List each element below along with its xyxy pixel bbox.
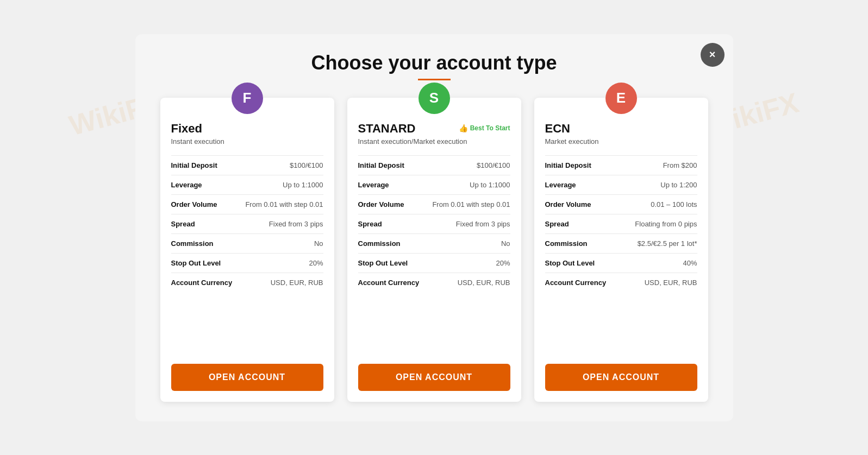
label-commission: Commission xyxy=(358,239,418,248)
label-spread: Spread xyxy=(171,220,231,228)
label-order-volume: Order Volume xyxy=(171,200,231,208)
card-fixed-header: Fixed Instant execution xyxy=(171,122,323,147)
card-ecn-header: ECN Market execution xyxy=(545,122,697,147)
value-spread: Floating from 0 pips xyxy=(609,220,697,228)
value-spread: Fixed from 3 pips xyxy=(235,220,323,228)
label-order-volume: Order Volume xyxy=(358,200,418,208)
label-leverage: Leverage xyxy=(358,181,418,189)
thumb-icon: 👍 xyxy=(459,124,468,132)
table-row: Spread Fixed from 3 pips xyxy=(358,214,510,233)
value-currency: USD, EUR, RUB xyxy=(610,279,697,287)
table-row: Order Volume 0.01 – 100 lots xyxy=(545,194,697,214)
card-stanard-wrapper: S STANARD Instant execution/Market execu… xyxy=(347,98,521,402)
value-initial-deposit: $100/€100 xyxy=(422,161,510,169)
table-row: Stop Out Level 20% xyxy=(171,253,323,273)
value-initial-deposit: $100/€100 xyxy=(235,161,323,169)
best-badge-text: Best To Start xyxy=(470,124,510,132)
label-spread: Spread xyxy=(545,220,605,228)
label-commission: Commission xyxy=(171,239,231,248)
value-spread: Fixed from 3 pips xyxy=(422,220,510,228)
value-currency: USD, EUR, RUB xyxy=(423,279,510,287)
card-ecn-footer: OPEN ACCOUNT xyxy=(545,353,697,402)
table-row: Account Currency USD, EUR, RUB xyxy=(358,273,510,292)
label-order-volume: Order Volume xyxy=(545,200,605,208)
card-fixed-subtype: Instant execution xyxy=(171,137,323,147)
label-stop-out: Stop Out Level xyxy=(358,259,418,267)
card-fixed: Fixed Instant execution Initial Deposit … xyxy=(160,98,334,402)
table-row: Spread Fixed from 3 pips xyxy=(171,214,323,233)
card-stanard-subtype: Instant execution/Market execution xyxy=(358,137,510,147)
table-row: Order Volume From 0.01 with step 0.01 xyxy=(171,194,323,214)
table-row: Leverage Up to 1:200 xyxy=(545,175,697,194)
best-badge: 👍 Best To Start xyxy=(459,124,510,132)
close-icon: × xyxy=(709,48,716,61)
label-initial-deposit: Initial Deposit xyxy=(171,161,231,169)
cards-container: F Fixed Instant execution Initial Deposi… xyxy=(155,98,714,402)
label-stop-out: Stop Out Level xyxy=(545,259,605,267)
value-stop-out: 20% xyxy=(422,259,510,267)
table-row: Order Volume From 0.01 with step 0.01 xyxy=(358,194,510,214)
open-account-fixed-button[interactable]: OPEN ACCOUNT xyxy=(171,364,323,391)
label-leverage: Leverage xyxy=(545,181,605,189)
table-row: Initial Deposit $100/€100 xyxy=(171,155,323,175)
title-underline xyxy=(418,79,451,80)
table-row: Spread Floating from 0 pips xyxy=(545,214,697,233)
table-row: Leverage Up to 1:1000 xyxy=(171,175,323,194)
label-stop-out: Stop Out Level xyxy=(171,259,231,267)
avatar-ecn: E xyxy=(605,83,637,114)
table-row: Leverage Up to 1:1000 xyxy=(358,175,510,194)
card-stanard: STANARD Instant execution/Market executi… xyxy=(347,98,521,402)
card-ecn-type: ECN xyxy=(545,122,697,136)
card-fixed-type: Fixed xyxy=(171,122,323,136)
page-title: Choose your account type xyxy=(155,52,714,74)
value-order-volume: From 0.01 with step 0.01 xyxy=(235,200,323,208)
table-row: Stop Out Level 20% xyxy=(358,253,510,273)
modal: × Choose your account type F Fixed Insta… xyxy=(135,34,733,421)
value-order-volume: From 0.01 with step 0.01 xyxy=(422,200,510,208)
value-leverage: Up to 1:1000 xyxy=(235,181,323,189)
value-commission: $2.5/€2.5 per 1 lot* xyxy=(609,239,697,248)
table-row: Commission $2.5/€2.5 per 1 lot* xyxy=(545,233,697,253)
label-currency: Account Currency xyxy=(545,279,607,287)
label-commission: Commission xyxy=(545,239,605,248)
value-initial-deposit: From $200 xyxy=(609,161,697,169)
value-stop-out: 40% xyxy=(609,259,697,267)
table-row: Initial Deposit From $200 xyxy=(545,155,697,175)
card-fixed-wrapper: F Fixed Instant execution Initial Deposi… xyxy=(160,98,334,402)
value-leverage: Up to 1:200 xyxy=(609,181,697,189)
card-ecn: ECN Market execution Initial Deposit Fro… xyxy=(534,98,708,402)
value-commission: No xyxy=(235,239,323,248)
label-currency: Account Currency xyxy=(171,279,233,287)
value-commission: No xyxy=(422,239,510,248)
close-button[interactable]: × xyxy=(701,43,725,67)
open-account-ecn-button[interactable]: OPEN ACCOUNT xyxy=(545,364,697,391)
table-row: Stop Out Level 40% xyxy=(545,253,697,273)
avatar-fixed: F xyxy=(232,83,263,114)
table-row: Account Currency USD, EUR, RUB xyxy=(545,273,697,292)
table-row: Initial Deposit $100/€100 xyxy=(358,155,510,175)
card-fixed-footer: OPEN ACCOUNT xyxy=(171,353,323,402)
card-stanard-footer: OPEN ACCOUNT xyxy=(358,353,510,402)
value-currency: USD, EUR, RUB xyxy=(236,279,323,287)
label-currency: Account Currency xyxy=(358,279,420,287)
label-spread: Spread xyxy=(358,220,418,228)
avatar-stanard: S xyxy=(419,83,450,114)
table-row: Commission No xyxy=(171,233,323,253)
card-ecn-wrapper: E ECN Market execution Initial Deposit F… xyxy=(534,98,708,402)
label-initial-deposit: Initial Deposit xyxy=(545,161,605,169)
label-leverage: Leverage xyxy=(171,181,231,189)
card-ecn-subtype: Market execution xyxy=(545,137,697,147)
table-row: Account Currency USD, EUR, RUB xyxy=(171,273,323,292)
table-row: Commission No xyxy=(358,233,510,253)
card-stanard-header: STANARD Instant execution/Market executi… xyxy=(358,122,510,147)
value-stop-out: 20% xyxy=(235,259,323,267)
open-account-stanard-button[interactable]: OPEN ACCOUNT xyxy=(358,364,510,391)
label-initial-deposit: Initial Deposit xyxy=(358,161,418,169)
value-leverage: Up to 1:1000 xyxy=(422,181,510,189)
value-order-volume: 0.01 – 100 lots xyxy=(609,200,697,208)
